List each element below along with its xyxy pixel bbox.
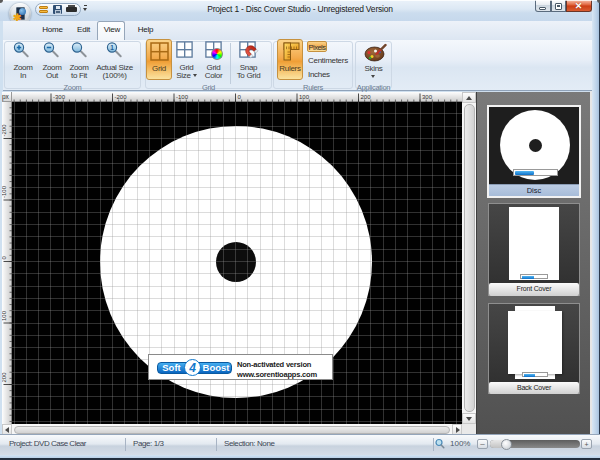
svg-text:200: 200 xyxy=(361,94,372,100)
svg-text:0: 0 xyxy=(2,256,7,260)
svg-text:200: 200 xyxy=(2,372,7,383)
svg-text:-200: -200 xyxy=(115,94,128,100)
svg-text:100: 100 xyxy=(2,310,7,321)
svg-text:-100: -100 xyxy=(2,185,7,198)
svg-text:100: 100 xyxy=(299,94,310,100)
svg-text:1: 1 xyxy=(110,44,114,51)
svg-text:300: 300 xyxy=(422,94,433,100)
svg-text:-200: -200 xyxy=(2,124,7,137)
svg-text:-300: -300 xyxy=(53,94,66,100)
svg-text:0: 0 xyxy=(238,94,242,100)
svg-text:-100: -100 xyxy=(176,94,189,100)
